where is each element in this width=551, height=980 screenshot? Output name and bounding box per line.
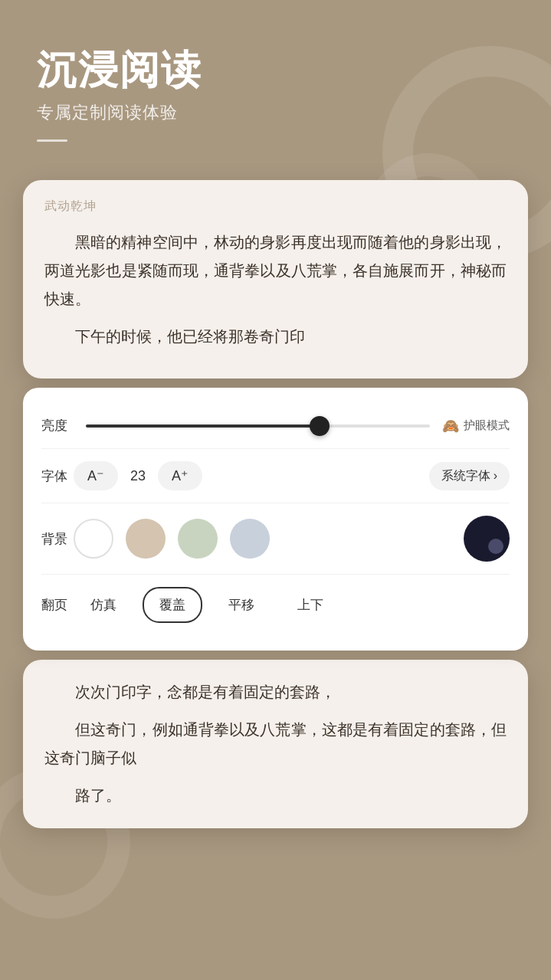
- page-option-cover[interactable]: 覆盖: [143, 587, 202, 623]
- bg-color-blue[interactable]: [230, 519, 270, 559]
- brightness-label: 亮度: [41, 417, 74, 434]
- eye-icon: 🙈: [442, 418, 459, 434]
- bottom-para-2: 但这奇门，例如通背拳以及八荒掌，这都是有着固定的套路，但这奇门脑子似: [44, 716, 507, 772]
- brightness-row: 亮度 🙈 护眼模式: [41, 403, 510, 449]
- brightness-slider[interactable]: [86, 424, 430, 428]
- font-increase-button[interactable]: A⁺: [158, 461, 202, 490]
- reader-card: 武动乾坤 黑暗的精神空间中，林动的身影再度出现而随着他的身影出现，两道光影也是紧…: [23, 180, 528, 379]
- bottom-para-1: 次次门印字，念都是有着固定的套路，: [44, 678, 507, 706]
- font-size-value: 23: [127, 468, 149, 484]
- page-option-scroll[interactable]: 上下: [280, 587, 340, 623]
- eye-mode-control[interactable]: 🙈 护眼模式: [442, 418, 510, 434]
- book-content: 黑暗的精神空间中，林动的身影再度出现而随着他的身影出现，两道光影也是紧随而现，通…: [44, 228, 507, 351]
- bg-label: 背景: [41, 530, 74, 548]
- eye-mode-label: 护眼模式: [464, 418, 510, 433]
- font-label: 字体: [41, 467, 74, 485]
- bottom-para-3: 路了。: [44, 782, 507, 810]
- slider-thumb[interactable]: [310, 416, 330, 436]
- bottom-text-content: 次次门印字，念都是有着固定的套路， 但这奇门，例如通背拳以及八荒掌，这都是有着固…: [44, 678, 507, 810]
- page-turn-label: 翻页: [41, 596, 74, 614]
- bg-color-dark[interactable]: [464, 516, 510, 562]
- bg-color-white[interactable]: [74, 519, 113, 559]
- page-subtitle: 专属定制阅读体验: [37, 101, 514, 124]
- page-option-slide[interactable]: 平移: [212, 587, 271, 623]
- chevron-right-icon: ›: [494, 469, 497, 483]
- bg-color-beige[interactable]: [126, 519, 166, 559]
- font-family-button[interactable]: 系统字体 ›: [429, 462, 510, 490]
- page-title: 沉浸阅读: [37, 46, 514, 93]
- font-decrease-button[interactable]: A⁻: [74, 461, 118, 490]
- content-para-2: 下午的时候，他已经将那卷奇门印: [44, 323, 507, 351]
- bottom-text-card: 次次门印字，念都是有着固定的套路， 但这奇门，例如通背拳以及八荒掌，这都是有着固…: [23, 660, 528, 828]
- page-turn-row: 翻页 仿真 覆盖 平移 上下: [41, 575, 510, 635]
- bg-color-green[interactable]: [178, 519, 218, 559]
- bg-color-options: [74, 516, 510, 562]
- page-option-simulated[interactable]: 仿真: [74, 587, 133, 623]
- content-para-1: 黑暗的精神空间中，林动的身影再度出现而随着他的身影出现，两道光影也是紧随而现，通…: [44, 228, 507, 313]
- header-divider: [37, 139, 67, 142]
- font-controls: A⁻ 23 A⁺ 系统字体 ›: [74, 461, 510, 490]
- book-title: 武动乾坤: [44, 198, 507, 215]
- background-row: 背景: [41, 503, 510, 575]
- settings-panel: 亮度 🙈 护眼模式 字体 A⁻ 23 A⁺ 系统字体 › 背景: [23, 388, 528, 651]
- header: 沉浸阅读 专属定制阅读体验: [0, 0, 551, 165]
- slider-fill: [86, 424, 320, 428]
- font-row: 字体 A⁻ 23 A⁺ 系统字体 ›: [41, 449, 510, 503]
- font-family-label: 系统字体: [441, 468, 490, 484]
- page-turn-options: 仿真 覆盖 平移 上下: [74, 587, 510, 623]
